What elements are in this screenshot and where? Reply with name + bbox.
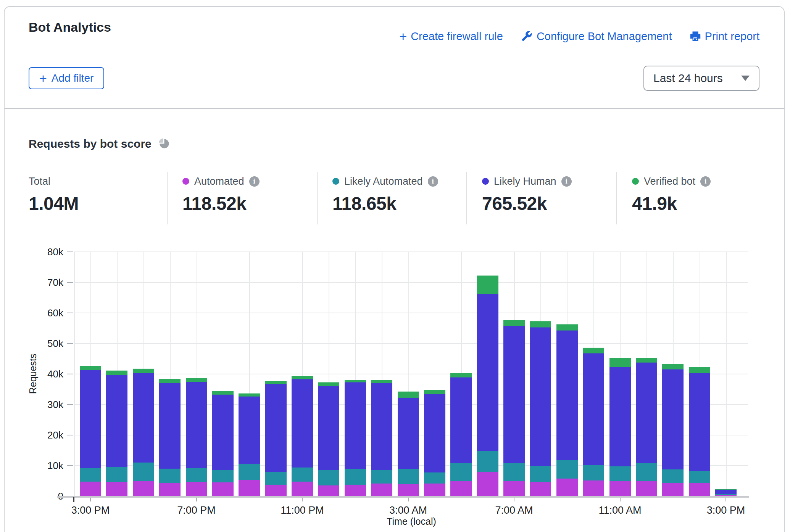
bar-segment[interactable]	[477, 294, 498, 451]
bar-segment[interactable]	[159, 469, 181, 483]
bar-segment[interactable]	[662, 469, 684, 483]
bar-segment[interactable]	[80, 366, 101, 370]
bar-segment[interactable]	[80, 482, 101, 496]
bar-segment[interactable]	[715, 495, 737, 496]
bar-segment[interactable]	[583, 480, 604, 496]
bar-segment[interactable]	[424, 390, 445, 394]
bar-segment[interactable]	[318, 470, 339, 485]
bar-segment[interactable]	[265, 472, 287, 485]
bar-segment[interactable]	[292, 468, 313, 482]
bar-segment[interactable]	[503, 463, 525, 481]
bar-segment[interactable]	[292, 376, 313, 379]
bar-segment[interactable]	[371, 484, 392, 496]
bar-segment[interactable]	[530, 321, 551, 327]
bar-segment[interactable]	[186, 468, 207, 482]
bar-segment[interactable]	[636, 363, 657, 463]
bar-segment[interactable]	[715, 494, 737, 495]
bar-segment[interactable]	[186, 378, 207, 382]
bar-segment[interactable]	[689, 471, 710, 483]
bar-segment[interactable]	[133, 463, 154, 481]
bar-segment[interactable]	[477, 276, 498, 294]
bar-segment[interactable]	[80, 370, 101, 468]
bar-segment[interactable]	[424, 472, 445, 484]
info-icon[interactable]: i	[561, 176, 572, 187]
bar-segment[interactable]	[186, 382, 207, 468]
bar-segment[interactable]	[106, 375, 127, 467]
bar-segment[interactable]	[689, 373, 710, 471]
bar-segment[interactable]	[636, 481, 657, 496]
create-firewall-rule-link[interactable]: + Create firewall rule	[399, 30, 503, 43]
stat-likely-human[interactable]: Likely Human i 765.52k	[482, 175, 572, 214]
bar-segment[interactable]	[371, 380, 392, 383]
bar-segment[interactable]	[662, 483, 684, 496]
bar-segment[interactable]	[424, 394, 445, 473]
bar-segment[interactable]	[133, 369, 154, 373]
bar-segment[interactable]	[159, 379, 181, 383]
bar-segment[interactable]	[292, 482, 313, 496]
bar-segment[interactable]	[450, 463, 472, 481]
bar-segment[interactable]	[239, 480, 260, 496]
bar-segment[interactable]	[318, 382, 339, 386]
bar-segment[interactable]	[530, 482, 551, 496]
bar-segment[interactable]	[239, 464, 260, 480]
bar-segment[interactable]	[106, 467, 127, 482]
bar-segment[interactable]	[345, 382, 366, 469]
bar-segment[interactable]	[398, 398, 419, 469]
bar-segment[interactable]	[503, 326, 525, 463]
print-report-link[interactable]: Print report	[690, 30, 759, 43]
configure-bot-management-link[interactable]: Configure Bot Management	[521, 30, 672, 43]
bar-segment[interactable]	[239, 397, 260, 464]
bar-segment[interactable]	[159, 483, 181, 496]
bar-segment[interactable]	[450, 377, 472, 463]
bar-segment[interactable]	[212, 482, 234, 496]
bar-segment[interactable]	[318, 485, 339, 496]
bar-segment[interactable]	[424, 484, 445, 496]
bar-segment[interactable]	[583, 465, 604, 481]
bar-segment[interactable]	[477, 451, 498, 472]
bar-segment[interactable]	[80, 468, 101, 482]
bar-segment[interactable]	[371, 383, 392, 470]
bar-segment[interactable]	[265, 485, 287, 496]
bar-segment[interactable]	[715, 489, 737, 494]
bar-segment[interactable]	[345, 469, 366, 485]
bar-segment[interactable]	[159, 383, 181, 469]
bar-segment[interactable]	[450, 373, 472, 377]
bar-segment[interactable]	[662, 369, 684, 469]
bar-segment[interactable]	[530, 327, 551, 466]
bar-segment[interactable]	[212, 395, 234, 470]
bar-segment[interactable]	[636, 463, 657, 481]
stat-verified-bot[interactable]: Verified bot i 41.9k	[632, 175, 711, 214]
bar-segment[interactable]	[450, 481, 472, 496]
bar-segment[interactable]	[715, 489, 737, 490]
bar-segment[interactable]	[530, 466, 551, 482]
time-range-select[interactable]: Last 24 hours	[643, 66, 759, 91]
bar-segment[interactable]	[609, 358, 631, 367]
bar-segment[interactable]	[609, 466, 631, 481]
bar-segment[interactable]	[133, 373, 154, 463]
bar-segment[interactable]	[106, 482, 127, 496]
bar-segment[interactable]	[106, 371, 127, 374]
bar-segment[interactable]	[371, 470, 392, 484]
bar-segment[interactable]	[556, 324, 578, 331]
stat-likely-automated[interactable]: Likely Automated i 118.65k	[332, 175, 438, 214]
info-icon[interactable]: i	[428, 176, 438, 187]
bar-segment[interactable]	[239, 393, 260, 397]
bar-segment[interactable]	[265, 381, 287, 384]
bar-segment[interactable]	[583, 348, 604, 353]
bar-segment[interactable]	[609, 367, 631, 467]
bar-segment[interactable]	[345, 380, 366, 382]
bar-segment[interactable]	[265, 384, 287, 472]
bar-segment[interactable]	[689, 483, 710, 496]
stat-automated[interactable]: Automated i 118.52k	[182, 175, 260, 214]
bar-segment[interactable]	[212, 391, 234, 395]
info-icon[interactable]: i	[249, 176, 260, 187]
bar-segment[interactable]	[186, 482, 207, 496]
bar-segment[interactable]	[556, 479, 578, 496]
bar-segment[interactable]	[636, 358, 657, 363]
bar-segment[interactable]	[318, 386, 339, 470]
bar-segment[interactable]	[477, 472, 498, 496]
bar-segment[interactable]	[345, 485, 366, 496]
bar-segment[interactable]	[212, 470, 234, 482]
bar-segment[interactable]	[133, 481, 154, 496]
bar-segment[interactable]	[503, 320, 525, 326]
